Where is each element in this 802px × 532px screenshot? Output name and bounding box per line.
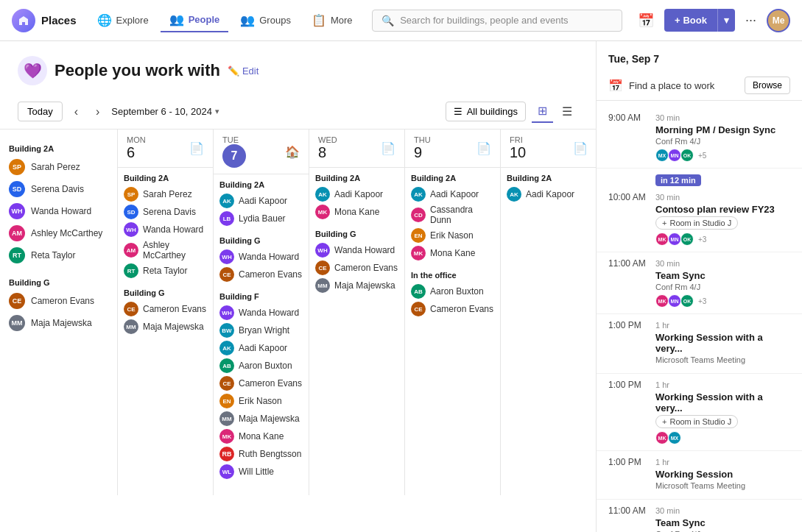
tue-building-g-label: Building G xyxy=(219,236,303,245)
sidebar-person-wanda: WH Wanda Howard xyxy=(0,200,117,222)
list-item: ABAaron Buxton xyxy=(219,357,303,375)
date-range-label[interactable]: September 6 - 10, 2024 ▾ xyxy=(111,106,219,117)
list-view-button[interactable]: ☰ xyxy=(556,100,578,123)
today-button[interactable]: Today xyxy=(18,102,63,121)
avatar: WH xyxy=(315,243,330,258)
day-header-thu: Thu 9 📄 xyxy=(405,130,500,168)
nav-people[interactable]: 👥 People xyxy=(161,8,229,32)
event-duration: 1 hr xyxy=(655,380,669,389)
cal-person-name: Cassandra Dunn xyxy=(430,205,494,225)
list-item: MMMaja Majewska xyxy=(219,410,303,428)
day-name-mon: Mon xyxy=(127,135,146,144)
cal-person-name: Erik Nason xyxy=(430,230,474,241)
cal-person-name: Wanda Howard xyxy=(239,308,299,318)
person-name-ashley: Ashley McCarthey xyxy=(31,228,102,238)
avatar: MK xyxy=(219,429,234,444)
nav-groups[interactable]: 👥 Groups xyxy=(231,9,300,32)
day-col-mon: Mon 6 📄 Building 2A SPSarah Perez SDSere… xyxy=(118,130,214,495)
avatar-maja: MM xyxy=(9,315,25,331)
event-duration: 1 hr xyxy=(655,458,669,467)
prev-week-button[interactable]: ‹ xyxy=(68,102,84,122)
list-item: CECameron Evans xyxy=(219,375,303,392)
nav-explore[interactable]: 🌐 Explore xyxy=(88,9,158,32)
day-num-fri: 10 xyxy=(510,144,526,161)
event-duration: 30 min xyxy=(655,113,680,122)
event-time: 10:00 AM xyxy=(608,192,650,202)
room-plus-icon: + xyxy=(662,219,666,227)
room-chip: + Room in Studio J xyxy=(655,216,738,230)
book-caret[interactable]: ▾ xyxy=(717,9,735,32)
groups-icon: 👥 xyxy=(240,13,255,27)
right-panel-date: Tue, Sep 7 xyxy=(597,41,802,71)
day-num-thu: 9 xyxy=(414,144,431,161)
cal-person-name: Aadi Kapoor xyxy=(239,343,287,353)
cal-person-name: Aadi Kapoor xyxy=(334,189,383,199)
cal-person-name: Wanda Howard xyxy=(143,224,203,235)
event-item: 11:00 AM 30 min Team Sync Conf Rm 4/J MK… xyxy=(597,500,802,532)
list-item: CECameron Evans xyxy=(411,300,494,318)
avatar: MM xyxy=(315,278,330,293)
list-item: CDCassandra Dunn xyxy=(411,203,494,227)
list-item: MKMona Kane xyxy=(411,244,494,262)
find-place-icon: 📅 xyxy=(608,79,623,93)
cal-person-name: Cameron Evans xyxy=(239,378,302,389)
avatar: WH xyxy=(124,222,138,237)
list-item: ENErik Nason xyxy=(219,392,303,410)
sidebar-person-cameron: CE Cameron Evans xyxy=(0,290,117,312)
day-col-thu: Thu 9 📄 Building 2A AKAadi Kapoor CDCass… xyxy=(405,130,501,495)
top-navigation: Places 🌐 Explore 👥 People 👥 Groups 📋 Mor… xyxy=(0,0,802,41)
list-item: SDSerena Davis xyxy=(124,203,207,221)
list-item: WHWanda Howard xyxy=(315,241,398,259)
event-duration: 30 min xyxy=(655,506,680,515)
calendar-icon-button[interactable]: 📅 xyxy=(633,8,658,33)
day-name-tue: Tue xyxy=(222,135,246,144)
search-box[interactable]: 🔍 Search for buildings, people and event… xyxy=(372,10,622,32)
book-main-label[interactable]: +Book xyxy=(664,9,717,32)
avatar: OK xyxy=(680,233,694,246)
user-avatar[interactable]: Me xyxy=(767,9,790,32)
nav-more[interactable]: 📋 More xyxy=(303,9,362,32)
cal-person-name: Cameron Evans xyxy=(430,304,493,314)
day-body-thu: Building 2A AKAadi Kapoor CDCassandra Du… xyxy=(405,168,500,333)
avatar: AB xyxy=(411,284,426,299)
browse-button[interactable]: Browse xyxy=(745,77,790,94)
sidebar-person-ashley: AM Ashley McCarthey xyxy=(0,222,117,244)
page-area: 💜 People you work with ✏️ Edit Today ‹ ›… xyxy=(0,41,596,532)
list-item: WHWanda Howard xyxy=(124,221,207,238)
day-icon-wed: 📄 xyxy=(381,141,395,155)
avatar-sarah: SP xyxy=(9,159,25,175)
grid-view-button[interactable]: ⊞ xyxy=(532,100,553,123)
next-week-button[interactable]: › xyxy=(90,102,105,122)
event-time-row: 9:00 AM 30 min xyxy=(608,113,790,123)
list-item: AKAadi Kapoor xyxy=(315,185,398,203)
event-avatars: MX MN OK +5 xyxy=(608,149,790,162)
day-col-fri: Fri 10 📄 Building 2A AKAadi Kapoor xyxy=(501,130,596,495)
overflow-menu-button[interactable]: ··· xyxy=(741,8,761,32)
event-time: 11:00 AM xyxy=(608,506,650,516)
event-time: 1:00 PM xyxy=(608,457,650,467)
edit-button[interactable]: ✏️ Edit xyxy=(228,65,258,77)
cal-person-name: Cameron Evans xyxy=(143,304,206,314)
event-duration: 1 hr xyxy=(655,321,669,330)
avatar: EN xyxy=(411,228,426,243)
avatar: OK xyxy=(680,294,694,308)
cal-person-name: Mona Kane xyxy=(239,431,284,441)
buildings-filter-button[interactable]: ☰ All buildings xyxy=(446,102,526,121)
in-progress-badge: in 12 min xyxy=(655,174,701,186)
cal-person-name: Bryan Wright xyxy=(239,325,289,336)
thu-in-office: In the office ABAaron Buxton CECameron E… xyxy=(411,271,494,318)
people-sidebar: Building 2A SP Sarah Perez SD Serena Dav… xyxy=(0,130,118,495)
avatar-serena: SD xyxy=(9,181,25,197)
cal-person-name: Maja Majewska xyxy=(334,280,395,291)
avatar: MK xyxy=(411,246,426,260)
cal-person-name: Sarah Perez xyxy=(143,189,192,199)
day-header-wed: Wed 8 📄 xyxy=(309,130,404,168)
cal-person-name: Aaron Buxton xyxy=(239,361,292,371)
event-time-row: 11:00 AM 30 min xyxy=(608,506,790,516)
book-button[interactable]: +Book ▾ xyxy=(664,9,735,32)
event-item: 1:00 PM 1 hr Working Session Microsoft T… xyxy=(597,451,802,500)
thu-in-office-label: In the office xyxy=(411,271,494,280)
event-title: Morning PM / Design Sync xyxy=(608,124,790,135)
person-name-reta: Reta Taylor xyxy=(31,250,75,260)
event-time: 1:00 PM xyxy=(608,320,650,330)
